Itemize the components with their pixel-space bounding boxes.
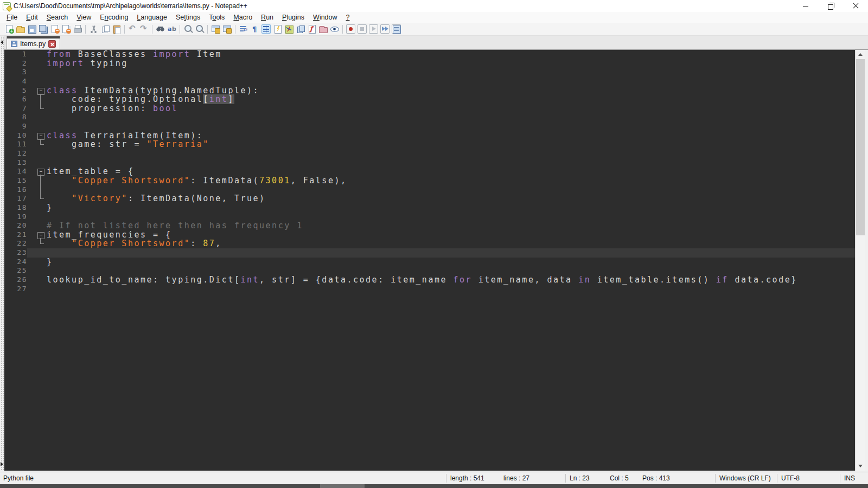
show-all-characters-icon[interactable] (250, 24, 259, 34)
collapse-left-icon[interactable] (1, 40, 3, 44)
menu-tools[interactable]: Tools (205, 12, 229, 22)
undo-icon[interactable] (128, 24, 137, 34)
code-line-body[interactable]: "Victory": ItemData(None, True) (27, 194, 855, 203)
print-icon[interactable] (73, 24, 82, 34)
copy-icon[interactable] (100, 24, 110, 34)
paste-icon[interactable] (112, 24, 121, 34)
new-file-icon[interactable] (4, 24, 14, 34)
menu-file[interactable]: File (2, 12, 22, 22)
line-number[interactable]: 3 (4, 68, 27, 77)
sync-vertical-scroll-icon[interactable] (211, 24, 220, 34)
macro-record-icon[interactable] (346, 24, 355, 34)
find-icon[interactable] (156, 24, 165, 34)
minimize-button[interactable] (793, 0, 818, 12)
save-all-icon[interactable] (39, 24, 48, 34)
line-number[interactable]: 21 (4, 230, 27, 240)
restore-button[interactable] (818, 0, 843, 12)
line-number[interactable]: 1 (4, 50, 27, 59)
zoom-in-icon[interactable] (183, 24, 193, 34)
line-number[interactable]: 12 (4, 149, 27, 158)
code-line-body[interactable]: item_frequencies = { (27, 230, 855, 240)
scroll-down-icon[interactable] (856, 461, 865, 471)
menu-search[interactable]: Search (42, 12, 73, 22)
menu-edit[interactable]: Edit (22, 12, 42, 22)
code-line-body[interactable]: from BaseClasses import Item (27, 50, 855, 59)
code-line-body[interactable] (27, 213, 855, 222)
line-number[interactable]: 9 (4, 122, 27, 131)
macro-save-icon[interactable] (392, 24, 401, 34)
line-number[interactable]: 15 (4, 176, 27, 185)
code-line-body[interactable] (27, 68, 855, 77)
close-all-icon[interactable] (61, 24, 71, 34)
line-number[interactable]: 11 (4, 140, 27, 149)
line-number[interactable]: 22 (4, 239, 27, 248)
zoom-out-icon[interactable] (195, 24, 204, 34)
line-number[interactable]: 19 (4, 213, 27, 222)
menu-plugins[interactable]: Plugins (278, 12, 309, 22)
code-line-body[interactable] (27, 77, 855, 86)
code-line-body[interactable]: class ItemData(typing.NamedTuple): (27, 86, 855, 95)
line-number[interactable]: 14 (4, 167, 27, 176)
menu-view[interactable]: View (72, 12, 95, 22)
code-line-body[interactable] (27, 158, 855, 168)
line-number[interactable]: 17 (4, 194, 27, 203)
code-line-body[interactable]: "Copper Shortsword": 87, (27, 239, 855, 248)
line-number[interactable]: 27 (4, 285, 27, 294)
folder-as-workspace-icon[interactable] (318, 24, 328, 34)
word-wrap-icon[interactable] (239, 24, 248, 34)
sync-horizontal-scroll-icon[interactable] (222, 24, 232, 34)
cut-icon[interactable] (89, 24, 98, 34)
replace-icon[interactable] (167, 24, 176, 34)
line-number[interactable]: 16 (4, 185, 27, 195)
tab-items-py[interactable]: Items.py (7, 36, 60, 49)
fold-collapse-icon[interactable] (27, 230, 43, 240)
code-line-body[interactable]: class TerrariaItem(Item): (27, 131, 855, 140)
code-line-body[interactable]: item_table = { (27, 167, 855, 176)
status-eol-format[interactable]: Windows (CR LF) (719, 474, 771, 482)
vertical-scrollbar[interactable] (855, 50, 865, 471)
line-number[interactable]: 8 (4, 113, 27, 122)
menu-encoding[interactable]: Encoding (95, 12, 132, 22)
fold-collapse-icon[interactable] (27, 167, 43, 176)
open-file-icon[interactable] (16, 24, 25, 34)
macro-stop-icon[interactable] (358, 24, 367, 34)
code-line-body[interactable] (27, 285, 855, 294)
line-number[interactable]: 23 (4, 248, 27, 258)
line-number[interactable]: 10 (4, 131, 27, 140)
scroll-up-icon[interactable] (856, 50, 865, 59)
line-number[interactable]: 25 (4, 266, 27, 275)
expand-right-icon[interactable] (1, 462, 3, 466)
line-number[interactable]: 5 (4, 86, 27, 95)
menu-help[interactable]: ? (342, 12, 354, 22)
line-number[interactable]: 20 (4, 221, 27, 230)
current-line-body[interactable] (27, 248, 855, 258)
macro-play-icon[interactable] (369, 24, 378, 34)
code-line-body[interactable]: game: str = "Terraria" (27, 140, 855, 149)
code-line-body[interactable]: progression: bool (27, 104, 855, 113)
menu-window[interactable]: Window (309, 12, 341, 22)
line-number[interactable]: 4 (4, 77, 27, 86)
code-line-body[interactable] (27, 113, 855, 122)
line-number[interactable]: 26 (4, 275, 27, 285)
line-number[interactable]: 6 (4, 95, 27, 104)
line-number[interactable]: 24 (4, 258, 27, 267)
code-line-body[interactable]: code: typing.Optional[int] (27, 95, 855, 104)
redo-icon[interactable] (139, 24, 149, 34)
code-line-body[interactable]: import typing (27, 59, 855, 68)
status-insert-mode[interactable]: INS (844, 474, 855, 482)
line-number[interactable]: 18 (4, 203, 27, 213)
define-language-icon[interactable] (273, 24, 282, 34)
fold-collapse-icon[interactable] (27, 86, 43, 95)
document-map-icon[interactable] (284, 24, 293, 34)
menu-run[interactable]: Run (257, 12, 278, 22)
monitoring-icon[interactable] (330, 24, 339, 34)
code-line-body[interactable]: "Copper Shortsword": ItemData(73001, Fal… (27, 176, 855, 185)
status-encoding[interactable]: UTF-8 (781, 474, 800, 482)
close-button[interactable] (843, 0, 868, 12)
fold-collapse-icon[interactable] (27, 131, 43, 140)
dock-grip-strip[interactable] (0, 36, 4, 471)
macro-run-multiple-icon[interactable] (380, 24, 390, 34)
save-file-icon[interactable] (27, 24, 36, 34)
line-number[interactable]: 2 (4, 59, 27, 68)
code-line-body[interactable]: } (27, 258, 855, 267)
